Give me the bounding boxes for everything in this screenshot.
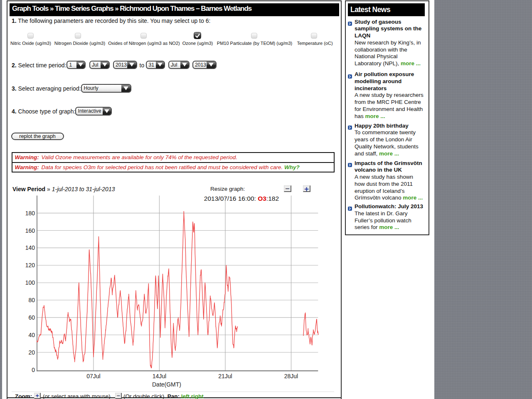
svg-text:40: 40 — [28, 332, 35, 338]
svg-text:20: 20 — [28, 349, 35, 356]
svg-text:Date(GMT): Date(GMT) — [152, 381, 181, 388]
svg-text:28Jul: 28Jul — [284, 373, 298, 379]
svg-text:60: 60 — [28, 314, 35, 321]
svg-text:180: 180 — [25, 210, 35, 217]
svg-text:07Jul: 07Jul — [86, 373, 100, 379]
svg-text:120: 120 — [25, 262, 35, 268]
svg-text:100: 100 — [25, 279, 35, 286]
svg-text:21Jul: 21Jul — [218, 373, 232, 379]
svg-text:80: 80 — [28, 297, 35, 303]
svg-text:140: 140 — [25, 244, 35, 251]
svg-text:160: 160 — [25, 227, 35, 234]
svg-text:0: 0 — [32, 367, 35, 373]
svg-text:14Jul: 14Jul — [153, 373, 166, 379]
